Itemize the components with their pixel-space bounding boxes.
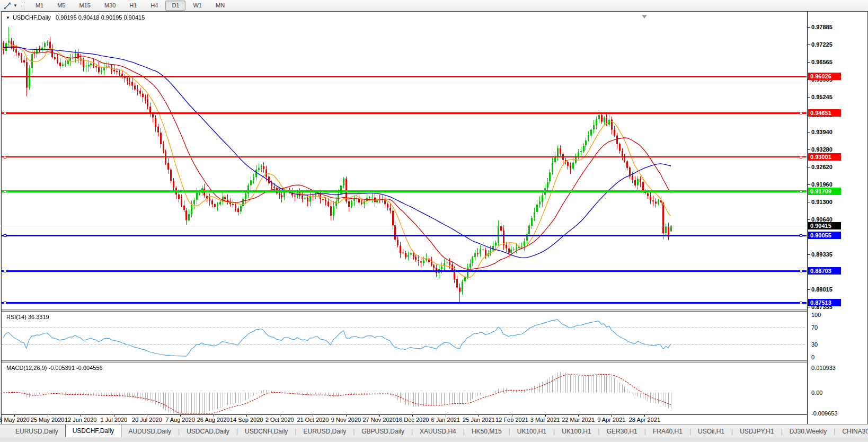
date-axis-label: 26 Aug 2020 <box>197 417 230 423</box>
chart-tab-eurusd-daily[interactable]: EURUSD,Daily <box>8 426 65 437</box>
chart-tab-china300-h1[interactable]: CHINA300,H1 <box>835 426 868 437</box>
date-axis-label: 6 May 2020 <box>0 417 30 423</box>
price-axis-tick: 0.92620 <box>811 164 832 170</box>
chart-tab-eurusd-daily[interactable]: EURUSD,Daily <box>296 426 353 437</box>
price-axis-tick: 0.91960 <box>811 181 832 188</box>
level-price-label: 0.94651 <box>808 109 841 117</box>
date-axis[interactable]: 6 May 202025 May 202012 Jun 20201 Jul 20… <box>2 414 807 425</box>
date-axis-label: 9 Apr 2021 <box>597 417 625 423</box>
tool-dropdown-caret-icon[interactable]: ▼ <box>13 3 17 8</box>
chart-tab-dj30-weekly[interactable]: DJ30,Weekly <box>783 426 834 437</box>
macd-indicator-label: MACD(12,26,9) -0.005391 -0.004556 <box>6 365 103 371</box>
date-axis-label: 14 Sep 2020 <box>230 417 263 423</box>
level-price-label: 0.91709 <box>808 188 841 195</box>
price-axis-tick: 0.97885 <box>811 24 832 30</box>
timeframe-button-h4[interactable]: H4 <box>144 1 164 11</box>
chart-tab-usdcnh-daily[interactable]: USDCNH,Daily <box>238 426 295 437</box>
chart-tab-bar: EURUSD,DailyUSDCHF,DailyAUDUSD,Daily|USD… <box>0 424 868 438</box>
level-price-label: 0.87513 <box>808 299 841 306</box>
date-axis-label: 7 Aug 2020 <box>165 417 195 423</box>
chart-symbol-label: USDCHF,Daily <box>13 14 51 21</box>
chart-tab-ger30-h1[interactable]: GER30,H1 <box>600 426 644 437</box>
chart-tab-usdcad-daily[interactable]: USDCAD,Daily <box>180 426 236 437</box>
rsi-scale-label: 100 <box>811 312 821 318</box>
price-axis-tick: 0.93940 <box>811 129 832 135</box>
price-axis-tick: 0.96565 <box>811 59 832 65</box>
rsi-scale-label: 30 <box>811 341 818 348</box>
price-axis[interactable]: 0.978850.972250.965650.959050.952450.945… <box>807 12 867 425</box>
symbol-dropdown-icon[interactable]: ▼ <box>6 15 10 20</box>
date-axis-label: 12 Jun 2020 <box>65 417 97 423</box>
timeframe-button-d1[interactable]: D1 <box>165 1 185 11</box>
price-axis-tick: 0.95245 <box>811 94 832 100</box>
date-axis-label: 25 Jan 2021 <box>463 417 495 423</box>
chart-tab-uk100-h1[interactable]: UK100,H1 <box>510 426 553 437</box>
timeframe-button-w1[interactable]: W1 <box>187 1 208 11</box>
chart-ohlc-values: 0.90195 0.90418 0.90195 0.90415 <box>56 14 145 21</box>
toolbar: ▼ M1M5M15M30H1H4D1W1MN <box>0 0 868 12</box>
date-axis-label: 16 Dec 2020 <box>396 417 429 423</box>
date-axis-label: 22 Mar 2021 <box>562 417 595 423</box>
timeframe-button-m1[interactable]: M1 <box>29 1 50 11</box>
timeframe-button-m15[interactable]: M15 <box>73 1 96 11</box>
level-price-label: 0.96026 <box>808 73 841 80</box>
chart-tab-uk100-h1[interactable]: UK100,H1 <box>555 426 598 437</box>
date-axis-label: 6 Jan 2021 <box>431 417 460 423</box>
rsi-panel-canvas[interactable] <box>2 312 807 360</box>
date-axis-label: 20 Jul 2020 <box>132 417 162 423</box>
line-studies-icon[interactable] <box>2 1 13 11</box>
price-axis-tick: 0.91300 <box>811 199 832 205</box>
date-axis-label: 2 Oct 2020 <box>265 417 294 423</box>
rsi-scale-label: 0 <box>811 354 814 360</box>
chart-tab-xauusd-h4[interactable]: XAUUSD,H4 <box>413 426 463 437</box>
chart-tab-fra40-h1[interactable]: FRA40,H1 <box>646 426 689 437</box>
timeframe-button-m30[interactable]: M30 <box>98 1 122 11</box>
price-axis-tick: 0.89335 <box>811 251 832 258</box>
timeframe-buttons: M1M5M15M30H1H4D1W1MN <box>29 1 232 11</box>
price-axis-tick: 0.93280 <box>811 146 832 153</box>
chart-tab-gbpusd-daily[interactable]: GBPUSD,Daily <box>355 426 411 437</box>
chart-tab-usoil-h1[interactable]: USOil,H1 <box>691 426 731 437</box>
date-axis-label: 9 Nov 2020 <box>331 417 361 423</box>
macd-scale-label: -0.009653 <box>811 410 838 417</box>
chart-tab-hk50-m15[interactable]: HK50,M15 <box>465 426 509 437</box>
timeframe-button-h1[interactable]: H1 <box>123 1 143 11</box>
level-price-label: 0.88703 <box>808 267 841 275</box>
chart-tab-usdjpy-h1[interactable]: USDJPY,H1 <box>733 426 781 437</box>
line-studies-icon-glyph <box>4 2 12 10</box>
level-price-label: 0.90055 <box>808 232 841 239</box>
rsi-indicator-label: RSI(14) 36.3319 <box>6 314 49 320</box>
chart-title: ▼ USDCHF,Daily 0.90195 0.90418 0.90195 0… <box>6 14 145 21</box>
price-axis-tick: 0.97225 <box>811 41 832 48</box>
rsi-scale-label: 70 <box>811 324 818 331</box>
timeframe-button-m5[interactable]: M5 <box>51 1 72 11</box>
date-axis-label: 1 Jul 2020 <box>100 417 127 423</box>
macd-panel-canvas[interactable] <box>2 363 807 414</box>
timeframe-button-mn[interactable]: MN <box>209 1 231 11</box>
date-axis-label: 21 Oct 2020 <box>297 417 329 423</box>
date-axis-label: 25 May 2020 <box>31 417 65 423</box>
chart-window: ▼ USDCHF,Daily 0.90195 0.90418 0.90195 0… <box>1 11 868 425</box>
date-axis-label: 3 Mar 2021 <box>530 417 560 423</box>
date-axis-label: 12 Feb 2021 <box>495 417 528 423</box>
date-axis-label: 27 Nov 2020 <box>362 417 395 423</box>
price-chart-canvas[interactable] <box>2 12 807 310</box>
toolbar-grip <box>22 2 24 10</box>
price-axis-tick: 0.88015 <box>811 286 832 293</box>
chart-shift-marker[interactable] <box>642 15 647 19</box>
current-price-label: 0.90415 <box>808 222 841 229</box>
chart-tab-audusd-daily[interactable]: AUDUSD,Daily <box>121 426 178 437</box>
chart-tab-usdchf-daily[interactable]: USDCHF,Daily <box>65 424 122 437</box>
macd-scale-label: 0.00 <box>811 390 822 396</box>
macd-scale-label: 0.010933 <box>811 365 836 371</box>
date-axis-label: 28 Apr 2021 <box>629 417 660 423</box>
bottom-strip <box>0 438 868 442</box>
level-price-label: 0.93001 <box>808 153 841 161</box>
